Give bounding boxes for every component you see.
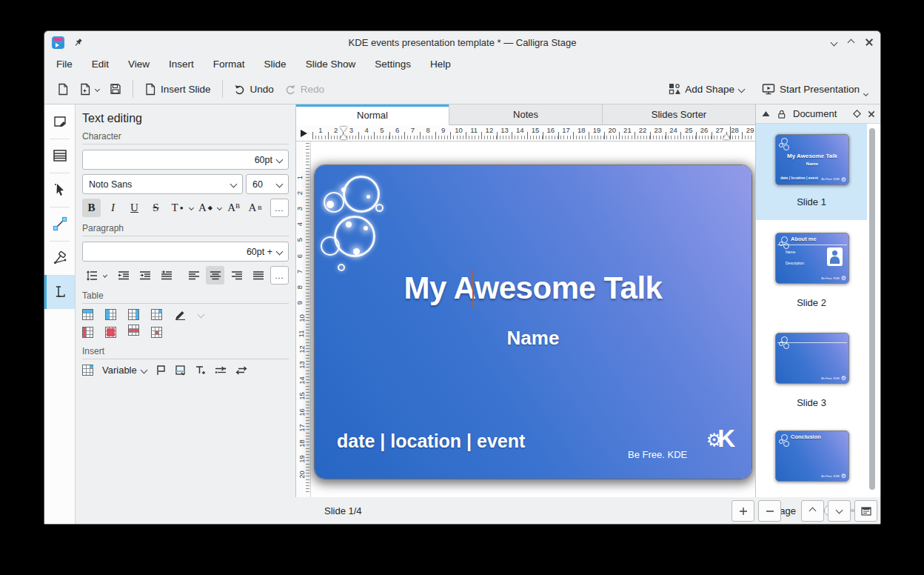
horizontal-ruler[interactable]: 1234567891011121314151617181920212223242… [296, 125, 755, 142]
insert-table-icon[interactable] [82, 365, 93, 376]
slide-title-text[interactable]: My Awesome Talk [315, 270, 751, 306]
align-justify-button[interactable] [249, 266, 267, 285]
remove-slide-button[interactable] [758, 500, 781, 522]
insert-text-icon[interactable] [195, 365, 206, 376]
insert-slide-button[interactable]: Insert Slide [139, 79, 216, 99]
slide-item-3[interactable]: Be Free. KDE ⚙ Slide 3 [756, 321, 867, 419]
insert-page-break-icon[interactable] [175, 365, 186, 376]
superscript-button[interactable]: Aᴮ [224, 199, 243, 217]
underline-button[interactable]: U [125, 199, 144, 217]
connector-tool[interactable] [44, 207, 75, 241]
first-line-indent-marker[interactable] [340, 127, 347, 132]
strikethrough-button[interactable]: S [147, 199, 165, 217]
slide-item-4[interactable]: Conclusion Be Free. KDE ⚙ Slide 4 [756, 419, 867, 497]
float-docker-icon[interactable] [853, 110, 861, 118]
tab-slides-sorter[interactable]: Slides Sorter [603, 104, 755, 125]
left-indent-marker[interactable] [340, 134, 347, 139]
slide-item-1[interactable]: My Awesome Talk Name date | location | e… [756, 124, 867, 220]
menu-edit[interactable]: Edit [92, 59, 109, 70]
insert-bookmark-icon[interactable] [155, 365, 166, 376]
slide-2-thumbnail[interactable]: About me Name Description Be Free. KDE ⚙ [775, 233, 849, 284]
collapse-docker-icon[interactable] [762, 110, 770, 117]
paragraph-style-combobox[interactable]: 60pt + [82, 242, 289, 262]
tab-notes[interactable]: Notes [449, 104, 603, 125]
right-indent-marker[interactable] [723, 134, 730, 139]
menu-slide-show[interactable]: Slide Show [306, 59, 356, 70]
add-slide-button[interactable] [732, 500, 754, 522]
start-presentation-button[interactable]: Start Presentation [757, 79, 873, 99]
menu-settings[interactable]: Settings [375, 59, 411, 70]
exchange-arrows-icon[interactable] [235, 365, 247, 376]
close-docker-icon[interactable] [868, 110, 875, 117]
line-spacing-dropdown-icon[interactable] [103, 273, 107, 277]
text-color-button[interactable]: T● [168, 199, 187, 217]
toolbar-overflow-icon[interactable] [863, 90, 868, 96]
insert-column-left-icon[interactable] [105, 309, 116, 320]
bold-button[interactable]: B [82, 199, 101, 217]
menu-view[interactable]: View [128, 59, 150, 70]
insert-column-right-icon[interactable] [128, 309, 139, 320]
decrease-indent-button[interactable] [114, 266, 133, 285]
close-button[interactable] [866, 39, 873, 46]
slide-page[interactable]: My Awesome Talk Name date | location | e… [315, 165, 751, 479]
slide-3-thumbnail[interactable]: Be Free. KDE ⚙ [775, 333, 849, 384]
slide-canvas[interactable]: 1234567891011121314151617181920 [296, 142, 755, 497]
delete-table-icon[interactable] [105, 327, 116, 338]
save-button[interactable] [104, 79, 127, 99]
new-document-button[interactable] [52, 79, 74, 99]
character-more-options-button[interactable]: ... [270, 199, 289, 217]
lock-docker-icon[interactable] [777, 109, 786, 119]
increase-indent-button[interactable] [135, 266, 154, 285]
slide-item-2[interactable]: About me Name Description Be Free. KDE ⚙… [756, 220, 867, 321]
slide-layout-tool[interactable] [44, 139, 75, 173]
text-color-dropdown-icon[interactable] [189, 205, 194, 210]
highlight-color-button[interactable]: A◆ [196, 199, 215, 217]
table-pen-button[interactable] [174, 309, 187, 320]
highlight-color-dropdown-icon[interactable] [217, 205, 222, 210]
move-slide-down-button[interactable] [828, 500, 851, 522]
insert-row-above-icon[interactable] [82, 309, 93, 320]
insert-cell-icon[interactable] [151, 309, 162, 320]
align-center-button[interactable] [206, 266, 224, 285]
move-slide-up-button[interactable] [801, 500, 824, 522]
align-right-button[interactable] [227, 266, 246, 285]
font-family-combobox[interactable]: Noto Sans [82, 174, 243, 194]
delete-row-icon[interactable] [128, 325, 139, 336]
path-drawing-tool[interactable] [44, 241, 75, 275]
delete-cell-icon[interactable] [151, 327, 162, 338]
character-style-combobox[interactable]: 60pt [82, 150, 289, 170]
slide-footer-text[interactable]: date | location | event [337, 431, 525, 452]
line-spacing-button[interactable] [82, 266, 101, 285]
add-shape-dropdown-icon[interactable] [737, 85, 745, 93]
tab-normal[interactable]: Normal [296, 104, 449, 125]
menu-slide[interactable]: Slide [264, 59, 287, 70]
menu-format[interactable]: Format [213, 59, 245, 70]
vertical-ruler[interactable]: 1234567891011121314151617181920 [296, 142, 311, 497]
align-left-button[interactable] [184, 266, 203, 285]
menu-help[interactable]: Help [430, 59, 451, 70]
slide-subtitle-text[interactable]: Name [315, 327, 751, 350]
insert-variable-dropdown[interactable]: Variable [102, 365, 147, 376]
text-tool[interactable] [44, 275, 75, 309]
add-shape-button[interactable]: Add Shape [663, 79, 749, 99]
first-line-indent-button[interactable] [157, 266, 175, 285]
open-document-button[interactable] [74, 79, 104, 99]
selection-tool[interactable] [44, 173, 75, 207]
menu-insert[interactable]: Insert [169, 59, 194, 70]
menu-file[interactable]: File [56, 59, 73, 70]
redo-button[interactable]: Redo [279, 79, 329, 99]
maximize-button[interactable] [848, 39, 855, 46]
thumbnail-view-options-button[interactable] [854, 500, 877, 522]
paragraph-more-options-button[interactable]: ... [270, 266, 289, 285]
undo-button[interactable]: Undo [229, 79, 279, 99]
edit-shapes-tool[interactable] [44, 104, 75, 139]
slide-1-thumbnail[interactable]: My Awesome Talk Name date | location | e… [775, 134, 849, 185]
italic-button[interactable]: I [104, 199, 122, 217]
open-document-dropdown-icon[interactable] [95, 86, 100, 91]
delete-column-icon[interactable] [82, 327, 93, 338]
minimize-button[interactable] [831, 39, 838, 46]
subscript-button[interactable]: AB [246, 199, 264, 217]
slide-4-thumbnail[interactable]: Conclusion Be Free. KDE ⚙ [775, 431, 849, 482]
font-size-combobox[interactable]: 60 [246, 174, 289, 194]
swap-horizontal-icon[interactable] [215, 365, 227, 376]
